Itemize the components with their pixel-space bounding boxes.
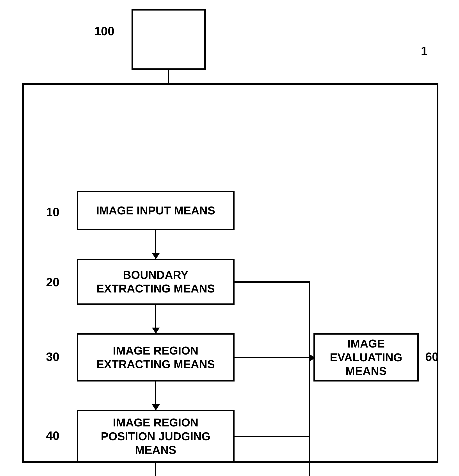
h-line-from-box20 xyxy=(235,281,309,283)
box-image-input-means-label: IMAGE INPUT MEANS xyxy=(96,204,215,217)
h-line-to-box60 xyxy=(310,357,315,358)
box-image-region-position-judging-means: IMAGE REGIONPOSITION JUDGINGMEANS xyxy=(77,410,235,463)
arrow-10-to-20 xyxy=(155,230,156,259)
box-boundary-extracting-means: BOUNDARYEXTRACTING MEANS xyxy=(77,259,235,305)
box-region-extract-label: IMAGE REGIONEXTRACTING MEANS xyxy=(96,344,215,371)
top-input-box xyxy=(132,9,206,70)
h-line-from-box30 xyxy=(235,357,309,358)
v-collector-line xyxy=(309,281,310,476)
arrow-20-to-30 xyxy=(155,305,156,333)
label-30: 30 xyxy=(46,350,60,364)
box-position-judging-label: IMAGE REGIONPOSITION JUDGINGMEANS xyxy=(101,416,210,457)
label-1: 1 xyxy=(421,44,428,58)
arrow-right-icon xyxy=(309,354,315,362)
diagram-container: 100 1 IMAGE INPUT MEANS 10 BOUNDARYEXTRA… xyxy=(0,0,459,476)
label-20: 20 xyxy=(46,275,60,289)
label-100: 100 xyxy=(94,24,114,38)
box-evaluating-label: IMAGEEVALUATINGMEANS xyxy=(330,337,402,378)
label-60: 60 xyxy=(425,350,439,364)
box-boundary-label: BOUNDARYEXTRACTING MEANS xyxy=(96,268,215,296)
arrow-40-to-50 xyxy=(155,463,156,476)
h-line-from-box40 xyxy=(235,436,309,437)
box-image-region-extracting-means: IMAGE REGIONEXTRACTING MEANS xyxy=(77,333,235,382)
label-40: 40 xyxy=(46,429,60,443)
arrow-30-to-40 xyxy=(155,382,156,410)
box-image-evaluating-means: IMAGEEVALUATINGMEANS xyxy=(314,333,419,382)
label-10: 10 xyxy=(46,205,60,219)
box-image-input-means: IMAGE INPUT MEANS xyxy=(77,191,235,230)
